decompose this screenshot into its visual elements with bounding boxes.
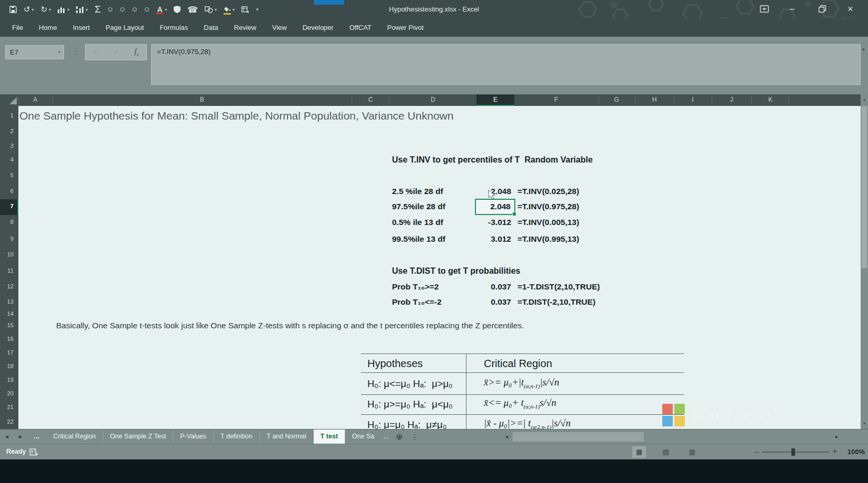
circle-icon[interactable]: ○ [132, 4, 137, 15]
horizontal-scroll-thumb[interactable] [513, 432, 644, 442]
zoom-in-icon[interactable]: + [832, 446, 837, 455]
font-color-icon[interactable]: A ▾ [156, 5, 167, 14]
column-header-f[interactable]: F [554, 96, 558, 103]
sheet-tab-critical-region[interactable]: Critical Region [46, 430, 103, 444]
sheet-tab-t-test-active[interactable]: T test [314, 430, 345, 444]
cell-a1-title[interactable]: One Sample Hypothesis for Mean: Small Sa… [19, 110, 453, 122]
column-header-b[interactable]: B [200, 96, 204, 103]
column-header-g[interactable]: G [614, 96, 619, 103]
close-icon[interactable]: × [848, 4, 853, 15]
table-row-critical[interactable]: x̄<= μ₀+ t(α,n-1)s/√n [484, 398, 556, 410]
add-sheet-icon[interactable]: ⊕ [391, 432, 408, 442]
horizontal-scroll-track[interactable] [512, 432, 832, 442]
row-header[interactable]: 3 [0, 143, 14, 149]
tab-scroll-left-icon[interactable]: ◄ [0, 430, 14, 444]
column-header-i[interactable]: I [692, 96, 693, 103]
chevron-down-icon[interactable]: ▾ [49, 7, 51, 12]
formula-bar-input[interactable]: =T.INV(0.975,28) [151, 44, 861, 85]
macro-record-icon[interactable] [29, 448, 38, 456]
column-header-j[interactable]: J [730, 96, 733, 103]
chevron-down-icon[interactable]: ▾ [215, 7, 217, 12]
horizontal-scrollbar[interactable]: ◄ ► [502, 431, 842, 443]
tab-more-icon[interactable]: ⋮ [408, 433, 421, 441]
sheet-tab-p-values[interactable]: P-Values [173, 430, 214, 444]
tab-formulas[interactable]: Formulas [152, 19, 196, 37]
insert-function-icon[interactable]: fx [134, 48, 139, 57]
cell-styles-icon[interactable] [241, 6, 249, 13]
table-header-critical-region[interactable]: Critical Region [484, 358, 552, 370]
pivot-chart-icon[interactable]: ▾ [76, 6, 88, 13]
tab-offcat[interactable]: OffCAT [342, 19, 379, 37]
chevron-down-icon[interactable]: ▾ [165, 7, 167, 12]
select-all-corner[interactable] [9, 97, 17, 104]
tab-developer[interactable]: Developer [294, 19, 341, 37]
row-header[interactable]: 5 [0, 172, 14, 178]
tab-file[interactable]: File [4, 19, 31, 37]
cell-formula[interactable]: =T.INV(0.975,28) [517, 202, 579, 211]
chevron-down-icon[interactable]: ▾ [58, 50, 60, 55]
table-row-critical[interactable]: x̄>= μ₀+|t(α,n-1)|s/√n [484, 377, 559, 389]
cancel-icon[interactable]: × [93, 48, 98, 57]
row-header[interactable]: 8 [0, 219, 14, 225]
tab-data[interactable]: Data [196, 19, 226, 37]
row-header[interactable]: 18 [0, 363, 14, 369]
ribbon-display-options-icon[interactable] [760, 5, 769, 14]
page-break-view-icon[interactable]: ▥ [685, 446, 699, 458]
row-header[interactable]: 6 [0, 188, 14, 194]
cell-formula[interactable]: =T.INV(0.005,13) [517, 218, 579, 227]
column-header-k[interactable]: K [768, 96, 772, 103]
minimize-icon[interactable]: – [790, 4, 795, 14]
row-header-7-selected[interactable]: 7 [0, 199, 18, 215]
restore-icon[interactable] [819, 5, 826, 14]
cell-tinv-heading[interactable]: Use T.INV to get percentiles of T Random… [392, 155, 592, 165]
circle-icon[interactable]: ○ [120, 4, 125, 15]
cell-value[interactable]: 3.012 [435, 234, 511, 244]
scroll-left-icon[interactable]: ◄ [502, 434, 512, 439]
phone-icon[interactable]: ☎ [187, 5, 198, 15]
fill-color-icon[interactable]: ▾ [224, 4, 235, 15]
row-header[interactable]: 10 [0, 251, 14, 257]
tab-review[interactable]: Review [226, 19, 264, 37]
cell-value[interactable]: 0.037 [435, 297, 511, 307]
cell-value[interactable]: -3.012 [435, 218, 511, 227]
vertical-scroll-thumb[interactable] [861, 106, 867, 269]
circle-icon[interactable]: ○ [144, 4, 150, 15]
normal-view-icon[interactable]: ▦ [632, 446, 646, 458]
shapes-icon[interactable]: ▾ [205, 6, 217, 13]
column-header-d[interactable]: D [431, 96, 436, 103]
tab-page-layout[interactable]: Page Layout [98, 19, 152, 37]
autosum-icon[interactable]: Σ [94, 4, 101, 15]
tab-insert[interactable]: Insert [65, 19, 98, 37]
row-header[interactable]: 14 [0, 310, 14, 317]
qat-customize-icon[interactable]: ▾ [256, 7, 259, 12]
chevron-down-icon[interactable]: ▾ [86, 7, 88, 12]
cell-label[interactable]: 97.5%ile 28 df [392, 202, 446, 211]
column-header-a[interactable]: A [33, 96, 37, 103]
cell-formula[interactable]: =T.INV(0.995,13) [517, 234, 579, 244]
formula-bar-collapse-icon[interactable]: ▴ [862, 46, 865, 51]
cell-tdist-heading[interactable]: Use T.DIST to get T probabilities [392, 266, 520, 276]
row-header[interactable]: 9 [0, 235, 14, 242]
scroll-down-icon[interactable]: ▼ [861, 418, 868, 429]
enter-icon[interactable]: ✓ [113, 48, 119, 56]
row-header[interactable]: 2 [0, 128, 14, 134]
cell-note[interactable]: Basically, One Sample t-tests look just … [56, 321, 524, 330]
save-icon[interactable] [9, 6, 17, 13]
fill-handle[interactable] [512, 212, 516, 216]
cell-formula[interactable]: =1-T.DIST(2,10,TRUE) [517, 282, 600, 292]
name-box-splitter-icon[interactable]: ⋮ [72, 46, 80, 56]
row-header[interactable]: 17 [0, 349, 14, 356]
shield-icon[interactable] [174, 6, 181, 13]
chevron-down-icon[interactable]: ▾ [232, 7, 235, 12]
cell-value[interactable]: 0.037 [435, 282, 511, 292]
column-header-c[interactable]: C [368, 96, 373, 103]
column-chart-icon[interactable]: ▾ [58, 6, 69, 13]
selected-cell-e7[interactable]: 2.048 [475, 199, 515, 215]
tab-power-pivot[interactable]: Power Pivot [379, 19, 431, 37]
table-header-hypotheses[interactable]: Hypotheses [367, 358, 423, 370]
tab-overflow[interactable]: ... [27, 430, 46, 444]
column-header-h[interactable]: H [652, 96, 657, 103]
row-header[interactable]: 20 [0, 390, 14, 396]
scroll-right-icon[interactable]: ► [832, 434, 842, 439]
cell-formula[interactable]: =T.INV(0.025,28) [517, 187, 579, 196]
